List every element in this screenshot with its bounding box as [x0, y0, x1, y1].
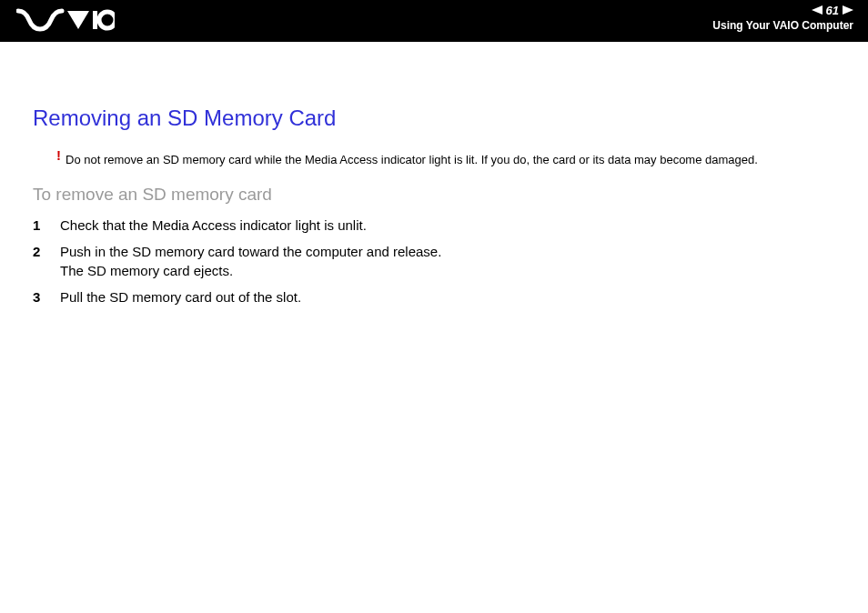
step-text: Check that the Media Access indicator li…: [60, 216, 835, 235]
step-number: 2: [33, 242, 60, 280]
section-title: Using Your VAIO Computer: [712, 19, 853, 32]
svg-rect-0: [93, 11, 97, 29]
svg-marker-3: [843, 5, 853, 15]
page-content: Removing an SD Memory Card !Do not remov…: [0, 42, 868, 306]
prev-page-arrow-icon[interactable]: [812, 4, 823, 17]
next-page-arrow-icon[interactable]: [843, 4, 853, 17]
subheading: To remove an SD memory card: [33, 185, 835, 205]
svg-marker-2: [812, 5, 823, 15]
step-number: 1: [33, 216, 60, 235]
page-title: Removing an SD Memory Card: [33, 106, 835, 131]
header-bar: 61 Using Your VAIO Computer: [0, 0, 868, 42]
warning-text: Do not remove an SD memory card while th…: [66, 153, 758, 166]
warning-block: !Do not remove an SD memory card while t…: [58, 149, 835, 168]
svg-point-1: [99, 12, 115, 28]
step-text: Pull the SD memory card out of the slot.: [60, 287, 835, 306]
step-text: Push in the SD memory card toward the co…: [60, 242, 835, 280]
vaio-logo: [16, 7, 115, 36]
list-item: 3 Pull the SD memory card out of the slo…: [33, 287, 835, 306]
list-item: 2 Push in the SD memory card toward the …: [33, 242, 835, 280]
header-nav: 61 Using Your VAIO Computer: [712, 4, 853, 32]
warning-icon: !: [56, 146, 64, 165]
list-item: 1 Check that the Media Access indicator …: [33, 216, 835, 235]
page-number: 61: [826, 4, 839, 17]
steps-list: 1 Check that the Media Access indicator …: [33, 216, 835, 306]
step-number: 3: [33, 287, 60, 306]
